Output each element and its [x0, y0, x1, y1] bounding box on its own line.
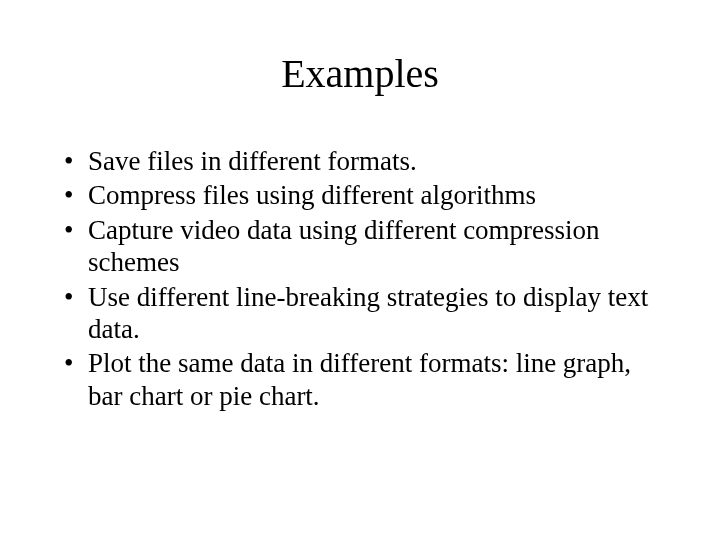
list-item: Plot the same data in different formats:…: [88, 347, 660, 412]
list-item: Save files in different formats.: [88, 145, 660, 177]
list-item: Use different line-breaking strategies t…: [88, 281, 660, 346]
bullet-list: Save files in different formats. Compres…: [60, 145, 660, 412]
slide-title: Examples: [60, 50, 660, 97]
list-item: Compress files using different algorithm…: [88, 179, 660, 211]
list-item: Capture video data using different compr…: [88, 214, 660, 279]
